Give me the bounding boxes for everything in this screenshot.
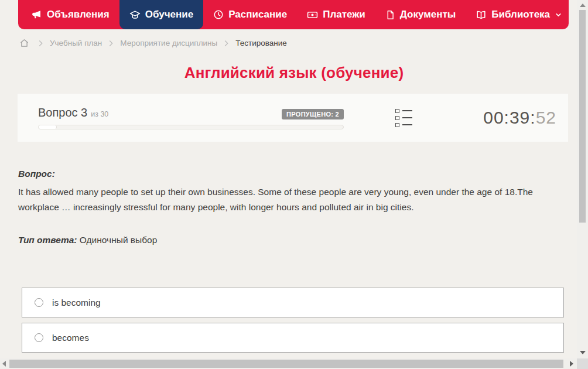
chevron-down-icon [555, 11, 562, 19]
nav-item-label: Обучение [145, 9, 193, 20]
radio-button[interactable] [35, 298, 43, 307]
question-header-card: Вопрос 3 из 30 ПРОПУЩЕНО: 2 00:39:52 [18, 94, 568, 142]
question-total: из 30 [91, 110, 108, 118]
question-number: Вопрос 3 [38, 106, 87, 119]
nav-item-label: Документы [400, 9, 456, 20]
nav-item-payments[interactable]: Платежи [297, 0, 375, 29]
open-book-icon [476, 9, 487, 20]
scroll-down-arrow-icon[interactable] [580, 351, 586, 354]
skipped-badge: ПРОПУЩЕНО: 2 [282, 109, 344, 119]
breadcrumb-item-testing: Тестирование [235, 39, 287, 47]
breadcrumb-separator-icon [108, 40, 114, 47]
scrollbar-corner [577, 358, 588, 369]
scroll-up-arrow-icon[interactable] [580, 4, 586, 7]
question-text: It has allowed many people to set up the… [18, 184, 562, 215]
vertical-scrollbar-thumb[interactable] [579, 10, 586, 223]
answer-type-row: Тип ответа: Одиночный выбор [18, 235, 570, 245]
nav-item-schedule[interactable]: Расписание [203, 0, 297, 29]
breadcrumb-separator-icon [38, 40, 43, 47]
answer-options: is becoming becomes [22, 288, 564, 353]
scroll-left-arrow-icon[interactable] [2, 361, 6, 367]
answer-option-2[interactable]: becomes [22, 323, 564, 353]
timer: 00:39:52 [483, 108, 556, 128]
horizontal-scrollbar[interactable] [0, 358, 577, 369]
graduation-cap-icon [129, 9, 141, 20]
answer-option-1[interactable]: is becoming [22, 288, 564, 317]
timer-seconds: 52 [536, 108, 556, 127]
nav-item-label: Платежи [323, 9, 365, 20]
nav-item-library[interactable]: Библиотека [466, 0, 572, 29]
answer-option-label: is becoming [52, 298, 101, 308]
breadcrumb-item-discipline-event[interactable]: Мероприятие дисциплины [120, 39, 217, 47]
question-label: Вопрос: [18, 169, 570, 179]
nav-item-label: Библиотека [491, 9, 550, 20]
progress-bar [38, 125, 344, 129]
banknote-icon [307, 9, 318, 20]
document-icon [385, 10, 395, 20]
question-progress-block: Вопрос 3 из 30 ПРОПУЩЕНО: 2 [38, 106, 344, 129]
page-title: Английский язык (обучение) [0, 64, 588, 82]
answer-option-label: becomes [52, 333, 89, 343]
radio-button[interactable] [35, 333, 43, 342]
nav-item-learning[interactable]: Обучение [119, 0, 203, 29]
breadcrumb-separator-icon [224, 40, 229, 47]
nav-item-documents[interactable]: Документы [375, 0, 466, 29]
question-list-icon[interactable] [395, 109, 412, 127]
timer-hours-minutes: 00:39: [483, 108, 535, 127]
clock-icon [213, 9, 224, 20]
home-icon[interactable] [19, 38, 29, 48]
nav-item-label: Объявления [47, 9, 110, 20]
nav-item-announcements[interactable]: Объявления [22, 0, 119, 29]
vertical-scrollbar[interactable] [577, 0, 588, 358]
progress-bar-fill [39, 125, 57, 129]
top-navbar: Объявления Обучение Расписание Платежи Д… [18, 0, 569, 29]
breadcrumb-item-curriculum[interactable]: Учебный план [50, 39, 102, 47]
answer-type-label: Тип ответа: [18, 235, 77, 245]
breadcrumb: Учебный план Мероприятие дисциплины Тест… [19, 38, 588, 48]
megaphone-icon [32, 9, 42, 20]
answer-type-value: Одиночный выбор [80, 235, 158, 245]
scroll-right-arrow-icon[interactable] [570, 361, 573, 367]
question-body: Вопрос: It has allowed many people to se… [18, 169, 570, 245]
horizontal-scrollbar-thumb[interactable] [9, 360, 563, 368]
nav-item-label: Расписание [228, 9, 287, 20]
